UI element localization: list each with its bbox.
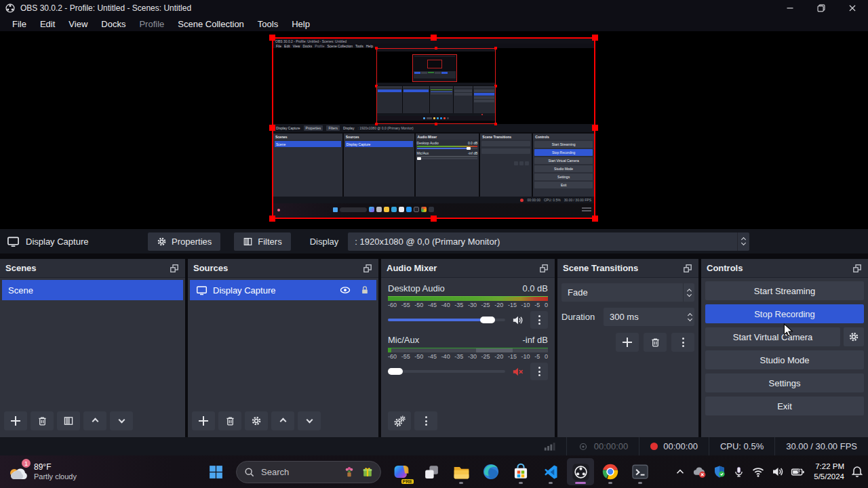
defender-icon[interactable] [713,465,726,479]
desktop-audio-menu-button[interactable] [530,311,548,329]
menu-tools[interactable]: Tools [251,18,285,30]
resize-handle[interactable] [592,125,598,131]
trash-icon [37,415,48,427]
audio-mixer-dock-header[interactable]: Audio Mixer [381,259,555,278]
start-streaming-button[interactable]: Start Streaming [705,281,864,300]
popout-icon[interactable] [169,263,180,274]
preview-selection[interactable]: OBS 30.0.2 - Profile: Untitled - Scenes:… [272,37,595,219]
vscode-icon [542,464,559,481]
chrome-button[interactable] [597,458,624,485]
remove-source-button[interactable] [218,411,241,430]
move-scene-up-button[interactable] [83,411,106,430]
exit-button[interactable]: Exit [705,396,864,415]
resize-handle[interactable] [592,216,598,222]
popout-icon[interactable] [852,263,863,274]
menu-help[interactable]: Help [285,18,317,30]
search-box[interactable]: Search [236,461,381,483]
gear-icon [848,331,859,342]
transition-menu-button[interactable] [671,333,694,352]
sources-dock-header[interactable]: Sources [188,259,378,278]
store-button[interactable] [507,458,534,485]
advanced-audio-button[interactable] [388,411,411,430]
filters-button[interactable]: Filters [234,232,290,251]
file-explorer-button[interactable] [448,458,475,485]
tray-chevron-icon[interactable] [674,466,686,478]
duration-spinbox[interactable]: 300 ms [604,308,694,326]
copilot-button[interactable]: PRE [388,458,415,485]
mic-aux-volume-slider[interactable] [388,370,505,373]
desktop-audio-meter [388,296,548,301]
vscode-button[interactable] [537,458,564,485]
terminal-button[interactable] [627,458,654,485]
display-select-spinner[interactable] [737,232,749,251]
remove-transition-button[interactable] [644,333,667,352]
menu-file[interactable]: File [5,18,33,30]
mini-source-toolbar: Display Capture Properties Filters Displ… [273,124,594,132]
mic-aux-menu-button[interactable] [530,363,548,380]
audio-mixer-menu-button[interactable] [414,411,437,430]
stream-timer: 00:00:00 [566,437,639,455]
move-source-down-button[interactable] [298,411,321,430]
system-tray: 7:22 PM 5/5/2024 [674,455,864,488]
virtual-camera-settings-button[interactable] [844,327,864,346]
popout-icon[interactable] [682,263,693,274]
menu-view[interactable]: View [62,18,94,30]
popout-icon[interactable] [362,263,373,274]
studio-mode-button[interactable]: Studio Mode [705,350,864,369]
stop-recording-button[interactable]: Stop Recording [705,304,864,323]
menu-docks[interactable]: Docks [94,18,132,30]
desktop-audio-volume-slider[interactable] [388,319,505,321]
lock-icon[interactable] [359,285,370,296]
record-timer: 00:00:00 [639,437,709,455]
bell-icon[interactable] [850,465,864,479]
onedrive-error-icon[interactable] [692,465,707,479]
speaker-muted-icon[interactable] [511,365,524,378]
add-transition-button[interactable] [616,333,639,352]
weather-widget[interactable]: 1 89°F Partly cloudy [0,462,77,482]
obs-app-button[interactable] [567,458,594,485]
menu-edit[interactable]: Edit [33,18,62,30]
mic-icon[interactable] [732,466,745,479]
move-source-up-button[interactable] [271,411,294,430]
popout-icon[interactable] [538,263,549,274]
settings-button[interactable]: Settings [705,373,864,392]
battery-icon[interactable] [791,465,805,479]
scene-list-item[interactable]: Scene [2,280,183,300]
resize-handle[interactable] [431,35,437,41]
resize-handle[interactable] [269,216,275,222]
move-scene-down-button[interactable] [110,411,133,430]
resize-handle[interactable] [269,35,275,41]
display-select[interactable]: : 1920x1080 @ 0,0 (Primary Monitor) [348,232,749,251]
eye-icon[interactable] [339,284,351,296]
remove-scene-button[interactable] [31,411,54,430]
scene-filters-button[interactable] [57,411,80,430]
properties-button[interactable]: Properties [148,232,220,251]
controls-dock-header[interactable]: Controls [701,259,868,278]
source-list-item[interactable]: Display Capture [190,280,376,300]
desktop-audio-level: 0.0 dB [522,283,548,293]
start-button[interactable] [202,458,229,485]
transition-select[interactable]: Fade [561,283,694,302]
scene-transitions-dock-header[interactable]: Scene Transitions [557,259,698,278]
start-virtual-camera-button[interactable]: Start Virtual Camera [705,327,840,346]
resize-handle[interactable] [592,35,598,41]
speaker-icon[interactable] [511,314,524,327]
menu-profile[interactable]: Profile [132,18,171,30]
restore-button[interactable] [806,0,837,16]
cpu-usage: CPU: 0.5% [709,437,774,455]
taskbar-clock[interactable]: 7:22 PM 5/5/2024 [814,462,844,482]
scenes-dock-header[interactable]: Scenes [0,259,185,278]
wifi-icon[interactable] [751,465,765,479]
close-button[interactable] [837,0,868,16]
add-source-button[interactable] [192,411,215,430]
volume-icon[interactable] [771,465,785,479]
minimize-button[interactable] [774,0,806,16]
resize-handle[interactable] [431,216,437,222]
edge-button[interactable] [477,458,505,485]
weather-icon: 1 [7,462,28,482]
resize-handle[interactable] [269,125,275,131]
task-view-button[interactable] [418,458,445,485]
add-scene-button[interactable] [4,411,27,430]
source-properties-button[interactable] [245,411,268,430]
menu-scene-collection[interactable]: Scene Collection [171,18,251,30]
